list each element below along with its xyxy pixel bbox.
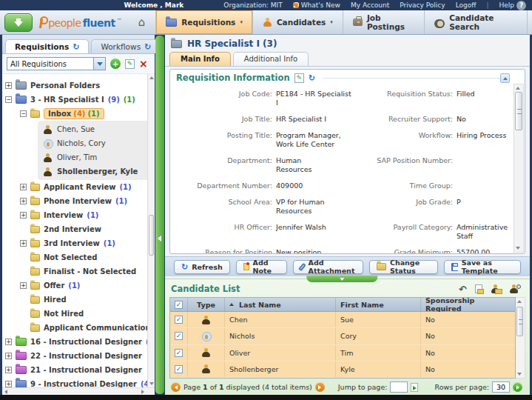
next-page-icon[interactable]: [315, 382, 325, 392]
tree-item-22-instructional-designer[interactable]: + 22 - Instructional Designer: [5, 349, 146, 363]
row-checkbox[interactable]: [175, 365, 183, 373]
tree-item-16-instructional-designer[interactable]: + 16 - Instructional Designer (4): [5, 335, 146, 349]
tree-item-not-selected[interactable]: + Not Selected: [5, 250, 146, 264]
nav-tab-requisitions[interactable]: Requisitions ▾: [155, 10, 253, 34]
candidate-tree-item[interactable]: Oliver, Tim: [43, 150, 144, 164]
column-header-last-name[interactable]: Last Name: [225, 298, 336, 311]
table-row[interactable]: Nichols Cory No: [170, 328, 515, 344]
collapse-panel-icon[interactable]: [500, 73, 510, 83]
forward-document-icon[interactable]: [475, 284, 482, 293]
panel-vertical-scrollbar[interactable]: [514, 84, 524, 253]
table-row[interactable]: Chen Sue No: [170, 312, 515, 328]
sidebar-tab-requisitions[interactable]: Requisitions ↻: [5, 39, 89, 53]
refresh-button[interactable]: ↻ Refresh: [174, 260, 230, 274]
tree-item-applicant-review[interactable]: + Applicant Review (1): [5, 180, 146, 194]
table-vertical-scrollbar[interactable]: [516, 297, 525, 379]
candidate-tree-item[interactable]: Chen, Sue: [43, 122, 144, 136]
scroll-up-icon[interactable]: [517, 300, 522, 303]
add-attachment-button[interactable]: Add Attachment: [293, 260, 363, 274]
tree-item-hr-specialist[interactable]: − 3 - HR Specialist I (9)(1): [5, 93, 146, 107]
tree-item-3rd-interview[interactable]: + 3rd Interview (1): [5, 236, 146, 250]
help-link[interactable]: Help ?: [499, 1, 526, 10]
nav-tab-job-postings[interactable]: Job Postings: [343, 10, 425, 34]
tab-main-info[interactable]: Main Info: [169, 52, 231, 66]
inbox-selected-highlight[interactable]: Inbox (4)(1): [44, 108, 104, 119]
expand-icon[interactable]: +: [20, 184, 27, 190]
expand-icon[interactable]: +: [5, 339, 12, 345]
app-launcher-button[interactable]: [4, 13, 33, 32]
candidate-tree-item[interactable]: Nichols, Cory: [43, 136, 144, 150]
sidebar-tab-workflows[interactable]: Workflows ↻: [91, 39, 161, 53]
panel-splitter-handle[interactable]: [306, 276, 377, 282]
previous-page-icon[interactable]: [171, 382, 181, 392]
scroll-right-icon[interactable]: [141, 390, 144, 394]
row-checkbox[interactable]: [175, 332, 183, 340]
undo-icon[interactable]: ↶: [459, 284, 467, 294]
scroll-left-icon[interactable]: [4, 390, 7, 394]
tree-item-21-instructional-designer[interactable]: + 21 - Instructional Designer: [5, 363, 146, 377]
collapse-sidebar-icon[interactable]: [158, 236, 161, 241]
expand-icon[interactable]: +: [20, 212, 27, 219]
candidate-tree-item[interactable]: Shollenberger, Kyle: [43, 164, 144, 179]
tree-item-2nd-interview[interactable]: + 2nd Interview: [5, 222, 146, 236]
tree-vertical-scrollbar[interactable]: [147, 74, 155, 387]
requisition-filter-select[interactable]: All Requisitions: [7, 57, 106, 70]
change-status-button[interactable]: Change Status: [369, 260, 438, 274]
scroll-up-icon[interactable]: [516, 87, 520, 90]
expand-icon[interactable]: +: [5, 367, 12, 373]
expand-icon[interactable]: +: [5, 82, 12, 89]
sidebar-splitter[interactable]: [155, 36, 164, 394]
forward-candidate-icon[interactable]: [491, 284, 501, 293]
scroll-down-icon[interactable]: [149, 382, 154, 385]
table-row[interactable]: Shollenberger Kyle No: [170, 361, 515, 378]
tree-item-offer[interactable]: + Offer (1): [5, 279, 146, 293]
expand-icon[interactable]: +: [20, 282, 27, 289]
column-header-first-name[interactable]: First Name: [336, 298, 421, 311]
collapse-icon[interactable]: −: [5, 96, 12, 103]
column-header-type[interactable]: Type: [188, 298, 225, 311]
scroll-down-icon[interactable]: [516, 247, 520, 250]
tree-item-phone-interview[interactable]: + Phone Interview (1): [5, 194, 146, 208]
tree-item-not-hired[interactable]: + Not Hired: [5, 307, 146, 321]
save-as-template-button[interactable]: Save as Template: [444, 260, 521, 274]
tree-item-interview[interactable]: + Interview (1): [5, 208, 146, 222]
apply-rows-icon[interactable]: [513, 382, 522, 392]
scrollbar-thumb[interactable]: [515, 92, 522, 130]
expand-icon[interactable]: +: [20, 240, 27, 247]
rows-per-page-input[interactable]: [492, 381, 510, 393]
scroll-up-icon[interactable]: [149, 76, 154, 79]
refresh-icon[interactable]: ↻: [73, 43, 79, 51]
tree-horizontal-scrollbar[interactable]: [2, 387, 155, 395]
tree-item-inbox[interactable]: − Inbox (4)(1): [5, 107, 146, 121]
scrollbar-thumb[interactable]: [516, 307, 523, 336]
row-checkbox[interactable]: [175, 349, 183, 357]
logoff-link[interactable]: Logoff: [456, 1, 477, 9]
select-all-checkbox[interactable]: [175, 301, 183, 309]
refresh-icon[interactable]: ↻: [309, 74, 315, 82]
collapse-icon[interactable]: −: [20, 110, 27, 117]
my-account-link[interactable]: My Account: [351, 1, 389, 9]
table-row[interactable]: Oliver Tim No: [170, 345, 515, 361]
nav-tab-candidates[interactable]: Candidates ▾: [253, 10, 343, 34]
privacy-policy-link[interactable]: Privacy Policy: [400, 1, 445, 9]
add-folder-button[interactable]: +: [110, 59, 121, 69]
tree-item-9-instructional-designer[interactable]: + 9 - Instructional Designer (4): [5, 377, 146, 387]
tree-item-applicant-communication[interactable]: + Applicant Communication: [5, 321, 146, 335]
dropdown-arrow-icon[interactable]: [93, 58, 105, 70]
scroll-down-icon[interactable]: [517, 373, 522, 376]
expand-icon[interactable]: +: [5, 353, 12, 359]
scrollbar-thumb[interactable]: [149, 215, 154, 256]
tab-additional-info[interactable]: Additional Info: [233, 52, 309, 66]
expand-icon[interactable]: +: [5, 381, 12, 387]
tree-item-finalist-not-selected[interactable]: + Finalist - Not Selected: [5, 264, 146, 279]
expand-icon[interactable]: +: [20, 198, 27, 204]
nav-tab-candidate-search[interactable]: Candidate Search: [425, 10, 528, 34]
help-icon[interactable]: ?: [516, 1, 526, 10]
home-icon[interactable]: ⌂: [134, 17, 150, 28]
row-checkbox[interactable]: [175, 316, 183, 324]
tree-item-hired[interactable]: + Hired: [5, 293, 146, 307]
whats-new-link[interactable]: What's New: [293, 1, 340, 9]
tree-item-personal-folders[interactable]: + Personal Folders: [5, 79, 146, 93]
search-candidates-icon[interactable]: [509, 284, 521, 293]
edit-requisition-icon[interactable]: ✎: [294, 73, 304, 83]
